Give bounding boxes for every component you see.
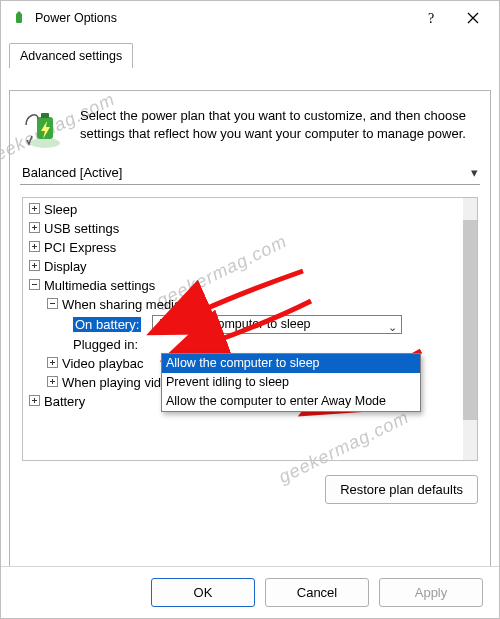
tree-node-pci[interactable]: PCI Express [25,238,463,257]
title-bar: Power Options ? [1,1,499,35]
plan-selected-label: Balanced [Active] [22,165,122,180]
svg-point-3 [30,138,60,148]
expand-icon[interactable] [29,395,40,406]
scrollbar[interactable] [463,198,477,460]
dropdown-option[interactable]: Prevent idling to sleep [162,373,420,392]
tab-area: Advanced settings Select the power plan … [1,37,499,582]
tree-node-display[interactable]: Display [25,257,463,276]
svg-text:?: ? [428,11,434,25]
dropdown-option[interactable]: Allow the computer to sleep [162,354,420,373]
on-battery-dropdown[interactable]: Allow the computer to sleep Prevent idli… [161,353,421,412]
expand-icon[interactable] [29,260,40,271]
tree-node-sleep[interactable]: Sleep [25,200,463,219]
on-battery-combo[interactable]: Allow the computer to sleep ⌄ [152,315,402,334]
close-button[interactable] [453,4,493,32]
scrollbar-thumb[interactable] [463,220,477,420]
expand-icon[interactable] [47,357,58,368]
power-plan-icon [24,107,66,149]
intro-text: Select the power plan that you want to c… [80,107,476,149]
settings-tree[interactable]: Sleep USB settings PCI Express Display M… [22,197,478,461]
tree-node-multimedia[interactable]: Multimedia settings [25,276,463,295]
tab-advanced-settings[interactable]: Advanced settings [9,43,133,68]
expand-icon[interactable] [47,376,58,387]
expand-icon[interactable] [29,203,40,214]
dialog-button-bar: OK Cancel Apply [1,566,499,618]
tree-node-usb[interactable]: USB settings [25,219,463,238]
power-options-window: geekermag.com geekermag.com geekermag.co… [0,0,500,619]
apply-button[interactable]: Apply [379,578,483,607]
collapse-icon[interactable] [29,279,40,290]
cancel-button[interactable]: Cancel [265,578,369,607]
expand-icon[interactable] [29,241,40,252]
ok-button[interactable]: OK [151,578,255,607]
on-battery-value: Allow the computer to sleep [157,315,311,334]
svg-rect-0 [16,13,22,23]
svg-rect-5 [41,113,49,118]
help-button[interactable]: ? [413,4,453,32]
svg-rect-1 [18,12,21,14]
intro-row: Select the power plan that you want to c… [24,107,476,149]
restore-defaults-button[interactable]: Restore plan defaults [325,475,478,504]
dropdown-option[interactable]: Allow the computer to enter Away Mode [162,392,420,411]
plan-selector[interactable]: Balanced [Active] ▾ [20,163,480,185]
chevron-down-icon: ⌄ [388,318,397,337]
on-battery-label: On battery: [73,317,141,332]
tab-panel: Select the power plan that you want to c… [9,90,491,582]
chevron-down-icon: ▾ [471,165,478,180]
window-title: Power Options [35,11,413,25]
plugged-in-label: Plugged in: [73,335,152,354]
tree-node-sharing[interactable]: When sharing media [25,295,463,314]
collapse-icon[interactable] [47,298,58,309]
expand-icon[interactable] [29,222,40,233]
system-icon [11,10,27,26]
tree-node-on-battery[interactable]: On battery: Allow the computer to sleep … [25,315,463,334]
tree-node-plugged-in[interactable]: Plugged in: [25,335,463,354]
